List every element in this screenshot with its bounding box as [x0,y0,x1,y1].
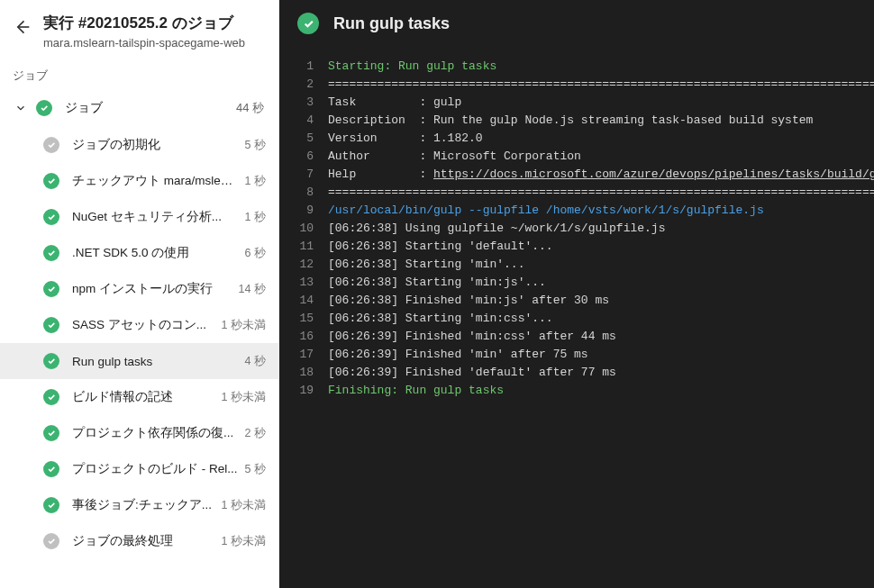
header-text: 実行 #20210525.2 のジョブ mara.mslearn-tailspi… [43,14,245,50]
step-name: 事後ジョブ:チェックア... [72,497,216,513]
step-name: プロジェクトのビルド - Rel... [72,461,240,477]
step-row[interactable]: .NET SDK 5.0 の使用6 秒 [0,235,278,271]
line-text: [06:26:38] Starting 'default'... [328,238,553,256]
step-row[interactable]: npm インストールの実行14 秒 [0,271,278,307]
sidebar: 実行 #20210525.2 のジョブ mara.mslearn-tailspi… [0,0,279,588]
line-text: Task : gulp [328,94,461,112]
step-name: チェックアウト mara/mslear... [72,173,240,189]
step-row[interactable]: Run gulp tasks4 秒 [0,343,278,379]
success-icon [43,461,59,477]
step-duration: 1 秒未満 [222,534,266,549]
step-duration: 4 秒 [245,354,266,369]
pending-icon [43,137,59,153]
step-duration: 1 秒未満 [222,318,266,333]
line-text: ========================================… [328,76,874,94]
back-arrow-icon[interactable] [13,18,31,36]
job-header[interactable]: ジョブ 44 秒 [0,89,278,127]
success-icon [43,173,59,189]
log-line: 14[06:26:38] Finished 'min:js' after 30 … [279,292,874,310]
step-name: npm インストールの実行 [72,281,233,297]
step-row[interactable]: ジョブの最終処理1 秒未満 [0,523,278,559]
log-line: 4Description : Run the gulp Node.js stre… [279,112,874,130]
step-duration: 1 秒 [245,174,266,189]
step-duration: 6 秒 [245,246,266,261]
log-line: 12[06:26:38] Starting 'min'... [279,256,874,274]
step-row[interactable]: SASS アセットのコン...1 秒未満 [0,307,278,343]
step-name: ジョブの最終処理 [72,533,216,549]
line-number: 3 [279,94,328,112]
line-number: 2 [279,76,328,94]
task-title: Run gulp tasks [333,14,450,33]
success-icon [43,389,59,405]
step-row[interactable]: プロジェクトのビルド - Rel...5 秒 [0,451,278,487]
log-line: 7Help : https://docs.microsoft.com/azure… [279,166,874,184]
line-text: Help : https://docs.microsoft.com/azure/… [328,166,874,184]
line-text: Starting: Run gulp tasks [328,58,496,76]
line-text: Version : 1.182.0 [328,130,483,148]
job-group: ジョブ 44 秒 ジョブの初期化5 秒チェックアウト mara/mslear..… [0,89,278,559]
log-line: 19Finishing: Run gulp tasks [279,382,874,400]
line-text: [06:26:38] Using gulpfile ~/work/1/s/gul… [328,220,665,238]
log-line: 9/usr/local/bin/gulp --gulpfile /home/vs… [279,202,874,220]
log-line: 10[06:26:38] Using gulpfile ~/work/1/s/g… [279,220,874,238]
line-number: 10 [279,220,328,238]
log-area[interactable]: 1Starting: Run gulp tasks2==============… [279,47,874,588]
help-link[interactable]: https://docs.microsoft.com/azure/devops/… [433,167,874,181]
line-text: Author : Microsoft Corporation [328,148,581,166]
log-line: 16[06:26:39] Finished 'min:css' after 44… [279,328,874,346]
step-name: NuGet セキュリティ分析... [72,209,240,225]
log-line: 6Author : Microsoft Corporation [279,148,874,166]
success-icon [43,317,59,333]
run-title: 実行 #20210525.2 のジョブ [43,14,245,32]
step-duration: 14 秒 [239,282,266,297]
step-duration: 5 秒 [245,462,266,477]
line-number: 18 [279,364,328,382]
line-number: 13 [279,274,328,292]
steps-list: ジョブの初期化5 秒チェックアウト mara/mslear...1 秒NuGet… [0,127,278,559]
step-row[interactable]: チェックアウト mara/mslear...1 秒 [0,163,278,199]
success-icon [297,13,319,34]
log-line: 1Starting: Run gulp tasks [279,58,874,76]
log-line: 3Task : gulp [279,94,874,112]
step-name: プロジェクト依存関係の復... [72,425,240,441]
log-line: 17[06:26:39] Finished 'min' after 75 ms [279,346,874,364]
line-number: 12 [279,256,328,274]
line-number: 6 [279,148,328,166]
step-row[interactable]: プロジェクト依存関係の復...2 秒 [0,415,278,451]
line-text: [06:26:38] Starting 'min:js'... [328,274,546,292]
step-row[interactable]: NuGet セキュリティ分析...1 秒 [0,199,278,235]
section-label: ジョブ [0,59,278,89]
step-row[interactable]: ジョブの初期化5 秒 [0,127,278,163]
main-header: Run gulp tasks [279,0,874,47]
line-number: 19 [279,382,328,400]
log-line: 15[06:26:38] Starting 'min:css'... [279,310,874,328]
sidebar-header: 実行 #20210525.2 のジョブ mara.mslearn-tailspi… [0,0,278,59]
line-number: 5 [279,130,328,148]
step-duration: 1 秒未満 [222,390,266,405]
line-number: 8 [279,184,328,202]
line-number: 9 [279,202,328,220]
line-text: [06:26:38] Finished 'min:js' after 30 ms [328,292,609,310]
line-number: 16 [279,328,328,346]
log-line: 8=======================================… [279,184,874,202]
line-number: 1 [279,58,328,76]
step-name: SASS アセットのコン... [72,317,216,333]
line-text: Description : Run the gulp Node.js strea… [328,112,813,130]
success-icon [43,209,59,225]
line-number: 4 [279,112,328,130]
job-duration: 44 秒 [236,100,264,116]
success-icon [43,497,59,513]
log-line: 2=======================================… [279,76,874,94]
line-text: [06:26:38] Starting 'min'... [328,256,524,274]
step-row[interactable]: ビルド情報の記述1 秒未満 [0,379,278,415]
line-number: 14 [279,292,328,310]
line-text: Finishing: Run gulp tasks [328,382,504,400]
step-row[interactable]: 事後ジョブ:チェックア...1 秒未満 [0,487,278,523]
main-panel: Run gulp tasks 1Starting: Run gulp tasks… [279,0,874,588]
line-text: [06:26:39] Finished 'min' after 75 ms [328,346,588,364]
job-name: ジョブ [65,100,229,116]
log-line: 11[06:26:38] Starting 'default'... [279,238,874,256]
line-number: 15 [279,310,328,328]
chevron-down-icon [14,102,27,114]
log-line: 13[06:26:38] Starting 'min:js'... [279,274,874,292]
